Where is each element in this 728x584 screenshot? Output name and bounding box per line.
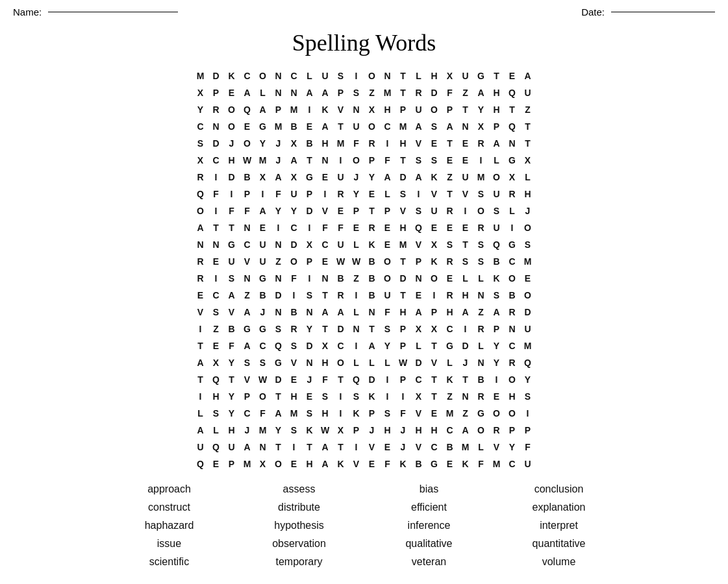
grid-cell: Q: [193, 186, 208, 202]
date-label: Date:: [581, 6, 605, 18]
page-title: Spelling Words: [0, 29, 728, 56]
name-field: Name:: [13, 6, 178, 18]
grid-cell: H: [318, 406, 333, 421]
grid-cell: P: [520, 422, 536, 438]
word-item: issue: [105, 538, 234, 550]
grid-cell: C: [333, 338, 349, 354]
grid-cell: S: [458, 254, 473, 269]
grid-cell: N: [505, 321, 520, 337]
word-item: scientific: [105, 556, 234, 568]
grid-cell: E: [364, 456, 380, 472]
grid-cell: W: [395, 355, 411, 371]
grid-cell: U: [224, 439, 240, 455]
word-item: volume: [494, 556, 624, 568]
grid-cell: H: [411, 422, 427, 438]
grid-cell: L: [364, 355, 380, 371]
grid-cell: I: [333, 406, 349, 421]
grid-cell: T: [271, 439, 286, 455]
grid-cell: F: [380, 152, 395, 168]
grid-cell: S: [380, 406, 395, 421]
grid-cell: C: [427, 439, 442, 455]
grid-cell: D: [364, 372, 380, 387]
grid-cell: X: [442, 68, 458, 84]
grid-cell: P: [395, 338, 411, 354]
grid-cell: P: [364, 152, 380, 168]
grid-cell: O: [380, 254, 395, 269]
grid-cell: O: [364, 68, 380, 84]
word-item: distribute: [234, 502, 364, 513]
grid-cell: N: [380, 68, 395, 84]
grid-cell: I: [286, 439, 302, 455]
grid-cell: C: [505, 254, 520, 269]
grid-cell: X: [364, 102, 380, 117]
grid-cell: N: [240, 220, 255, 236]
grid-cell: A: [255, 203, 271, 219]
grid-cell: E: [411, 287, 427, 303]
grid-cell: A: [473, 85, 489, 101]
grid-cell: R: [442, 254, 458, 269]
grid-cell: T: [458, 237, 473, 252]
grid-cell: L: [255, 85, 271, 101]
grid-cell: M: [240, 456, 255, 472]
grid-cell: R: [193, 271, 208, 286]
grid-cell: C: [442, 422, 458, 438]
grid-cell: R: [286, 321, 302, 337]
grid-cell: V: [193, 304, 208, 320]
grid-cell: K: [427, 169, 442, 185]
grid-cell: H: [380, 102, 395, 117]
grid-cell: V: [224, 304, 240, 320]
grid-cell: O: [380, 271, 395, 286]
grid-cell: Y: [380, 338, 395, 354]
grid-cell: P: [395, 102, 411, 117]
grid-cell: G: [473, 406, 489, 421]
grid-cell: I: [349, 338, 364, 354]
grid-cell: F: [473, 456, 489, 472]
grid-cell: R: [442, 287, 458, 303]
grid-cell: U: [333, 169, 349, 185]
grid-cell: M: [520, 338, 536, 354]
grid-cell: T: [505, 102, 520, 117]
grid-cell: A: [489, 304, 505, 320]
grid-cell: G: [505, 152, 520, 168]
grid-cell: H: [442, 304, 458, 320]
grid-cell: C: [442, 321, 458, 337]
grid-cell: Y: [255, 136, 271, 151]
grid-cell: A: [271, 169, 286, 185]
word-item: bias: [364, 483, 494, 495]
grid-cell: Y: [224, 389, 240, 404]
grid-cell: Q: [505, 85, 520, 101]
grid-cell: I: [286, 287, 302, 303]
word-item: hypothesis: [234, 520, 364, 531]
grid-cell: E: [364, 186, 380, 202]
grid-cell: C: [505, 338, 520, 354]
grid-cell: P: [380, 203, 395, 219]
grid-cell: Z: [458, 406, 473, 421]
grid-cell: U: [333, 237, 349, 252]
grid-cell: S: [302, 406, 318, 421]
grid-cell: I: [411, 186, 427, 202]
grid-cell: R: [473, 321, 489, 337]
grid-cell: K: [333, 456, 349, 472]
grid-cell: M: [286, 102, 302, 117]
grid-cell: G: [224, 237, 240, 252]
grid-cell: D: [208, 68, 224, 84]
grid-cell: A: [489, 136, 505, 151]
grid-cell: R: [333, 287, 349, 303]
grid-cell: P: [489, 321, 505, 337]
grid-cell: T: [427, 338, 442, 354]
grid-cell: N: [255, 439, 271, 455]
grid-cell: I: [380, 136, 395, 151]
grid-cell: P: [349, 422, 364, 438]
grid-cell: Z: [520, 102, 536, 117]
grid-cell: L: [380, 186, 395, 202]
grid-cell: B: [240, 169, 255, 185]
grid-cell: O: [349, 152, 364, 168]
grid-cell: E: [458, 136, 473, 151]
grid-cell: V: [286, 355, 302, 371]
grid-cell: D: [271, 372, 286, 387]
grid-cell: G: [240, 321, 255, 337]
word-item: haphazard: [105, 520, 234, 531]
grid-cell: O: [505, 271, 520, 286]
grid-cell: B: [286, 304, 302, 320]
grid-cell: H: [489, 85, 505, 101]
